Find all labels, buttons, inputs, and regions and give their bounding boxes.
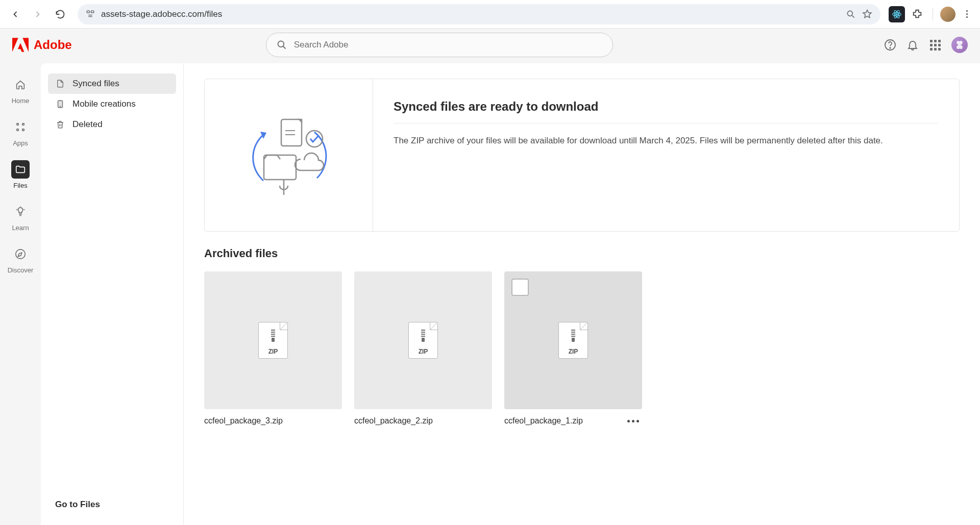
browser-toolbar: assets-stage.adobecc.com/files bbox=[0, 0, 980, 29]
file-thumbnail: ZIP bbox=[504, 271, 642, 409]
file-card[interactable]: ZIP ccfeol_package_3.zip bbox=[204, 271, 342, 426]
file-thumbnail: ZIP bbox=[204, 271, 342, 409]
browser-menu[interactable] bbox=[960, 7, 974, 21]
search-input[interactable]: Search Adobe bbox=[266, 33, 613, 57]
extensions-icon[interactable] bbox=[909, 6, 925, 22]
more-actions-icon[interactable] bbox=[624, 417, 642, 426]
document-icon bbox=[55, 79, 65, 89]
notifications-icon[interactable] bbox=[906, 39, 919, 51]
left-rail: Home Apps Files Learn Discover bbox=[0, 61, 41, 525]
svg-point-2 bbox=[847, 11, 852, 16]
user-avatar[interactable] bbox=[951, 37, 968, 53]
zip-icon: ZIP bbox=[258, 322, 288, 359]
go-to-files-link[interactable]: Go to Files bbox=[48, 494, 176, 515]
svg-point-11 bbox=[22, 123, 24, 126]
search-placeholder: Search Adobe bbox=[294, 40, 349, 50]
site-settings-icon bbox=[86, 10, 95, 19]
reload-button[interactable] bbox=[51, 5, 69, 23]
banner-illustration bbox=[205, 79, 373, 231]
sidebar-item-mobile-creations[interactable]: Mobile creations bbox=[48, 94, 176, 114]
banner-description: The ZIP archive of your files will be av… bbox=[394, 134, 939, 147]
zoom-icon[interactable] bbox=[846, 9, 856, 19]
svg-point-7 bbox=[278, 41, 284, 47]
react-devtools-icon[interactable] bbox=[889, 6, 905, 22]
file-card[interactable]: ZIP ccfeol_package_2.zip bbox=[354, 271, 492, 426]
file-card[interactable]: ZIP ccfeol_package_1.zip bbox=[504, 271, 642, 426]
divider bbox=[933, 8, 933, 20]
back-button[interactable] bbox=[6, 5, 24, 23]
content-panel: Synced files Mobile creations Deleted Go… bbox=[41, 63, 980, 525]
inner-sidebar: Synced files Mobile creations Deleted Go… bbox=[41, 63, 184, 525]
brand-name: Adobe bbox=[34, 38, 72, 52]
mobile-icon bbox=[55, 99, 65, 109]
zip-icon: ZIP bbox=[558, 322, 588, 359]
main-content: Synced files are ready to download The Z… bbox=[184, 63, 980, 525]
svg-point-9 bbox=[890, 47, 891, 48]
svg-rect-1 bbox=[91, 11, 94, 13]
file-name: ccfeol_package_3.zip bbox=[204, 416, 342, 426]
file-thumbnail: ZIP bbox=[354, 271, 492, 409]
app-header: Adobe Search Adobe bbox=[0, 29, 980, 61]
svg-point-13 bbox=[22, 129, 24, 131]
apps-icon bbox=[11, 118, 30, 136]
help-icon[interactable] bbox=[884, 39, 896, 51]
svg-point-6 bbox=[896, 13, 898, 15]
svg-rect-17 bbox=[281, 119, 302, 146]
address-bar[interactable]: assets-stage.adobecc.com/files bbox=[78, 4, 880, 24]
home-icon bbox=[11, 76, 30, 94]
banner-title: Synced files are ready to download bbox=[394, 99, 939, 123]
file-name: ccfeol_package_2.zip bbox=[354, 416, 492, 426]
svg-point-12 bbox=[17, 129, 19, 131]
file-name: ccfeol_package_1.zip bbox=[504, 416, 617, 426]
rail-item-discover[interactable]: Discover bbox=[8, 245, 34, 274]
trash-icon bbox=[55, 119, 65, 130]
rail-item-learn[interactable]: Learn bbox=[11, 203, 30, 232]
info-banner: Synced files are ready to download The Z… bbox=[204, 79, 960, 232]
archived-heading: Archived files bbox=[204, 247, 960, 260]
select-checkbox[interactable] bbox=[511, 279, 529, 296]
forward-button[interactable] bbox=[29, 5, 47, 23]
discover-icon bbox=[11, 245, 30, 263]
adobe-logo-icon bbox=[12, 38, 29, 52]
zip-icon: ZIP bbox=[408, 322, 438, 359]
rail-item-files[interactable]: Files bbox=[11, 160, 30, 189]
files-icon bbox=[11, 160, 30, 179]
archived-files-grid: ZIP ccfeol_package_3.zip ZIP ccfeol_pack… bbox=[204, 271, 960, 426]
svg-rect-0 bbox=[87, 11, 89, 13]
app-switcher-icon[interactable] bbox=[929, 39, 941, 51]
bookmark-star-icon[interactable] bbox=[862, 9, 872, 19]
learn-icon bbox=[11, 203, 30, 221]
rail-item-apps[interactable]: Apps bbox=[11, 118, 30, 147]
search-icon bbox=[277, 40, 287, 50]
adobe-logo[interactable]: Adobe bbox=[12, 38, 72, 52]
rail-item-home[interactable]: Home bbox=[11, 76, 30, 105]
svg-point-10 bbox=[17, 123, 19, 126]
url-text: assets-stage.adobecc.com/files bbox=[101, 9, 840, 19]
sidebar-item-synced-files[interactable]: Synced files bbox=[48, 73, 176, 94]
sidebar-item-deleted[interactable]: Deleted bbox=[48, 114, 176, 135]
browser-profile-avatar[interactable] bbox=[940, 7, 955, 22]
svg-point-14 bbox=[16, 249, 25, 259]
